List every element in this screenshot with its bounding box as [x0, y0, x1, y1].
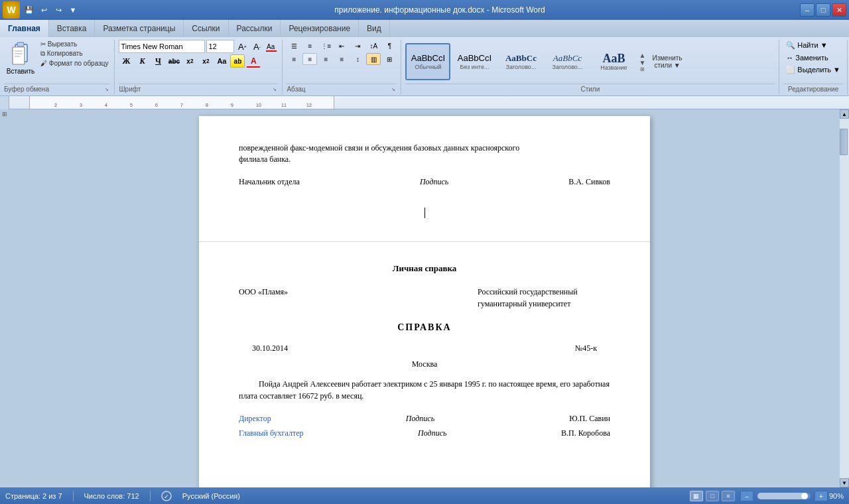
shading-button[interactable]: ▥ — [366, 53, 381, 65]
align-right-button[interactable]: ≡ — [318, 53, 333, 65]
tab-references[interactable]: Ссылки — [184, 20, 228, 37]
scroll-down-button[interactable]: ▼ — [840, 478, 849, 487]
paragraph-expand-icon[interactable]: ↘ — [390, 86, 397, 93]
style-normal[interactable]: AaBbCcI Обычный — [405, 43, 450, 80]
show-formatting-button[interactable]: ¶ — [382, 40, 397, 52]
numbering-button[interactable]: ≡ — [302, 40, 317, 52]
style-h2-preview: AaBbCc — [553, 53, 582, 64]
director-name: Ю.П. Савин — [569, 412, 610, 424]
select-button[interactable]: ⬜ Выделить ▼ — [783, 64, 843, 76]
change-styles-label[interactable]: Изменитьстили ▼ — [651, 53, 683, 70]
doc-date: 30.10.2014 — [252, 342, 288, 354]
font-expand-icon[interactable]: ↘ — [271, 86, 278, 93]
scroll-track[interactable] — [840, 119, 849, 478]
increase-indent-button[interactable]: ⇥ — [350, 40, 365, 52]
director-sig: Подпись — [406, 412, 434, 424]
web-layout-button[interactable]: ≡ — [722, 491, 735, 501]
editing-group-label: Редактирование — [783, 84, 843, 93]
highlight-button[interactable]: ab — [230, 54, 245, 68]
more-button[interactable]: ▼ — [66, 3, 80, 17]
align-left-button[interactable]: ≡ — [287, 53, 301, 65]
title-bar: W 💾 ↩ ↪ ▼ приложение. информационные док… — [0, 0, 849, 20]
undo-button[interactable]: ↩ — [37, 3, 50, 17]
office-logo: W — [3, 1, 20, 19]
styles-expand-button[interactable]: ▲ ▼ ⊞ — [637, 43, 647, 80]
status-divider-1 — [73, 491, 74, 501]
borders-button[interactable]: ⊞ — [382, 53, 397, 65]
justify-button[interactable]: ≡ — [334, 53, 349, 65]
zoom-slider[interactable] — [757, 493, 811, 499]
editing-group-content: 🔍 Найти ▼ ↔ Заменить ⬜ Выделить ▼ — [783, 40, 843, 84]
redo-button[interactable]: ↪ — [52, 3, 65, 17]
document-area[interactable]: поврежденной факс-модемной связи и обсуж… — [9, 109, 840, 487]
doc-body-text: Пойда Андрей Алексеевич работает электри… — [239, 378, 610, 402]
spell-check[interactable]: ✓ — [161, 491, 172, 501]
clipboard-expand-icon[interactable]: ↘ — [103, 86, 110, 93]
bold-button[interactable]: Ж — [119, 54, 133, 68]
subscript-button[interactable]: x2 — [182, 54, 197, 68]
decrease-indent-button[interactable]: ⇤ — [334, 40, 349, 52]
multilevel-button[interactable]: ⋮≡ — [318, 40, 333, 52]
superscript-button[interactable]: x2 — [198, 54, 213, 68]
ruler: 2 3 4 5 6 7 8 9 10 11 12 — [9, 96, 849, 109]
scroll-up-button[interactable]: ▲ — [840, 109, 849, 119]
clear-formatting-button[interactable]: Aa — [265, 40, 278, 53]
maximize-button[interactable]: □ — [816, 3, 830, 17]
tab-page-layout[interactable]: Разметка страницы — [95, 20, 184, 37]
close-button[interactable]: ✕ — [832, 3, 846, 17]
save-button[interactable]: 💾 — [23, 3, 36, 17]
sig-label: Начальник отдела — [239, 176, 300, 188]
svg-text:✓: ✓ — [164, 493, 169, 500]
strikethrough-button[interactable]: abc — [166, 54, 181, 68]
style-normal-preview: AaBbCcI — [411, 53, 445, 64]
spravka-title: СПРАВКА — [239, 320, 610, 334]
scroll-thumb[interactable] — [840, 129, 848, 155]
zoom-percent[interactable]: 90% — [829, 492, 844, 500]
style-nospace[interactable]: AaBbCcI Без инте... — [452, 43, 497, 80]
tab-review[interactable]: Рецензирование — [281, 20, 359, 37]
tab-view[interactable]: Вид — [359, 20, 390, 37]
sort-button[interactable]: ↕A — [366, 40, 381, 52]
copy-button[interactable]: ⧉ Копировать — [38, 49, 110, 58]
personal-reference-section: Личная справка ООО «Пламя» Российский го… — [239, 262, 610, 439]
title-bar-left: W 💾 ↩ ↪ ▼ — [3, 1, 80, 19]
tab-home[interactable]: Главная — [0, 20, 49, 37]
zoom-in-button[interactable]: + — [815, 491, 828, 501]
para-row2: ≡ ≡ ≡ ≡ ↕ ▥ ⊞ — [287, 53, 397, 65]
text-cursor-area[interactable] — [239, 208, 610, 222]
underline-button[interactable]: Ч — [151, 54, 165, 68]
cut-button[interactable]: ✂ Вырезать — [38, 40, 110, 48]
ribbon-tabs: Главная Вставка Разметка страницы Ссылки… — [0, 20, 849, 37]
format-painter-button[interactable]: 🖌 Формат по образцу — [38, 59, 110, 68]
font-name-input[interactable] — [119, 40, 205, 53]
zoom-handle[interactable] — [801, 493, 808, 499]
font-color-button[interactable]: A — [246, 54, 261, 68]
style-heading2[interactable]: AaBbCc Заголово... — [545, 43, 590, 80]
paste-button[interactable]: Вставить — [4, 40, 37, 76]
change-styles-button[interactable]: Изменитьстили ▼ — [648, 53, 683, 70]
font-size-input[interactable] — [206, 40, 234, 53]
ruler-toggle-button[interactable]: ⊞ — [0, 109, 9, 119]
minimize-button[interactable]: – — [800, 3, 815, 17]
print-layout-button[interactable]: ▦ — [690, 491, 703, 501]
tab-mailings[interactable]: Рассылки — [229, 20, 281, 37]
language-text: Русский (Россия) — [182, 492, 240, 500]
bullets-button[interactable]: ☰ — [287, 40, 301, 52]
font-size-decrease-button[interactable]: A- — [250, 40, 263, 53]
change-case-button[interactable]: Aa — [214, 54, 229, 68]
zoom-out-button[interactable]: – — [740, 491, 753, 501]
replace-button[interactable]: ↔ Заменить — [783, 52, 843, 63]
style-title[interactable]: AaB Название — [591, 43, 636, 80]
style-normal-label: Обычный — [415, 64, 442, 70]
find-button[interactable]: 🔍 Найти ▼ — [783, 40, 843, 51]
font-size-increase-button[interactable]: A+ — [235, 40, 249, 53]
italic-button[interactable]: К — [135, 54, 149, 68]
style-heading1[interactable]: AaBbCc Заголово... — [498, 43, 543, 80]
line-spacing-button[interactable]: ↕ — [350, 53, 365, 65]
align-center-button[interactable]: ≡ — [302, 53, 317, 65]
tab-insert[interactable]: Вставка — [49, 20, 96, 37]
editing-group: 🔍 Найти ▼ ↔ Заменить ⬜ Выделить ▼ Редакт… — [781, 40, 848, 94]
ruler-corner — [0, 96, 9, 109]
full-screen-button[interactable]: □ — [706, 491, 719, 501]
zoom-control: – + 90% — [740, 491, 844, 501]
